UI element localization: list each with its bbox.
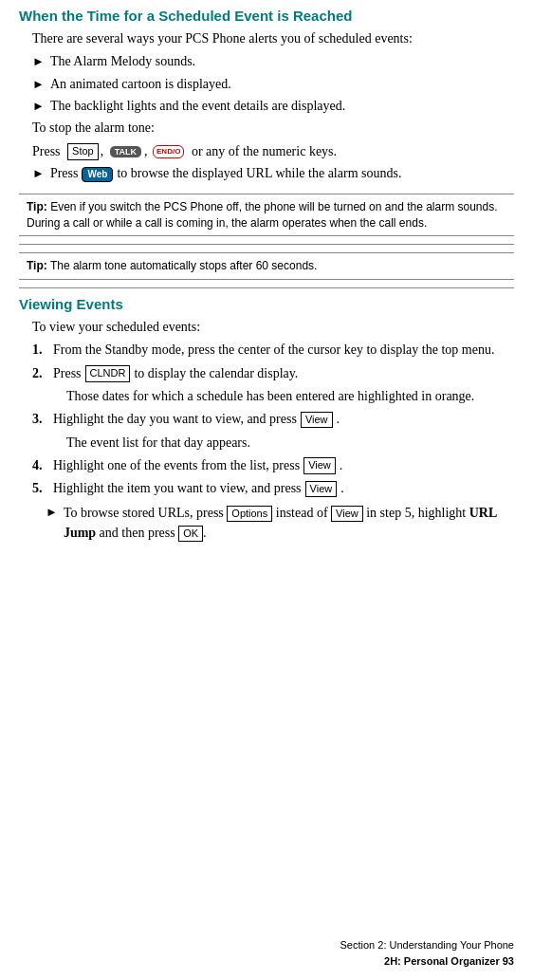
- press-label: Press: [32, 141, 61, 161]
- step-2-content: Press CLNDR to display the calendar disp…: [53, 364, 514, 383]
- clndr-key: CLNDR: [85, 365, 131, 381]
- bullet-3: ► The backlight lights and the event det…: [32, 97, 514, 116]
- step-1: 1. From the Standby mode, press the cent…: [32, 341, 514, 360]
- step-3-text: Highlight the day you want to view, and …: [53, 410, 297, 429]
- step-5-text: Highlight the item you want to view, and…: [53, 479, 302, 498]
- heading2: Viewing Events: [19, 296, 514, 312]
- step-5-text2: .: [340, 479, 344, 498]
- url-in-step: in step 5, highlight: [366, 506, 466, 520]
- bullet-text-3: The backlight lights and the event detai…: [50, 97, 345, 116]
- step-4: 4. Highlight one of the events from the …: [32, 456, 514, 475]
- heading1: When the Time for a Scheduled Event is R…: [19, 8, 514, 24]
- url-then: and then press: [100, 526, 175, 540]
- step-3-text2: .: [337, 410, 340, 429]
- url-end: .: [203, 526, 207, 540]
- end-key: END/O: [153, 145, 184, 158]
- tip2-label: Tip:: [27, 259, 47, 272]
- stop-key: Stop: [67, 143, 99, 159]
- step-2-subnote: Those dates for which a schedule has bee…: [66, 387, 514, 406]
- bullet-arrow-url: ►: [46, 504, 58, 522]
- press-or-label: or any of the numeric keys.: [192, 141, 337, 161]
- step-2-text: Press: [53, 364, 82, 383]
- tip1-box: Tip: Even if you switch the PCS Phone of…: [19, 194, 514, 237]
- step-4-text2: .: [340, 456, 343, 475]
- talk-key: TALK: [109, 145, 142, 159]
- bullet-text-2: An animated cartoon is displayed.: [50, 75, 231, 94]
- view-key-3: View: [301, 412, 333, 428]
- bullet-2: ► An animated cartoon is displayed.: [32, 75, 514, 94]
- footer-line2: 2H: Personal Organizer 93: [340, 953, 514, 970]
- web-bullet-content: Press Web to browse the displayed URL wh…: [50, 164, 402, 183]
- footer: Section 2: Understanding Your Phone 2H: …: [340, 937, 514, 969]
- step-4-text: Highlight one of the events from the lis…: [53, 456, 300, 475]
- web-bullet: ► Press Web to browse the displayed URL …: [32, 164, 514, 183]
- ok-key: OK: [178, 526, 203, 542]
- step-3-subnote: The event list for that day appears.: [66, 434, 514, 453]
- step-3-num: 3.: [32, 410, 53, 429]
- step-5-num: 5.: [32, 479, 53, 498]
- step-2-num: 2.: [32, 364, 53, 383]
- view-intro: To view your scheduled events:: [32, 318, 514, 337]
- step-2-text2: to display the calendar display.: [134, 364, 298, 383]
- bullet-text-1: The Alarm Melody sounds.: [50, 52, 195, 71]
- web-bullet-end: to browse the displayed URL while the al…: [117, 164, 401, 183]
- press-keys-line: Press Stop, TALK, END/O or any of the nu…: [32, 141, 514, 161]
- bullet-1: ► The Alarm Melody sounds.: [32, 52, 514, 71]
- bullet-arrow-3: ►: [32, 98, 45, 116]
- tip2-text: The alarm tone automatically stops after…: [50, 259, 317, 272]
- step-5: 5. Highlight the item you want to view, …: [32, 479, 514, 498]
- web-press-label: Press: [50, 164, 79, 183]
- stop-intro: To stop the alarm tone:: [32, 119, 514, 138]
- intro-text: There are several ways your PCS Phone al…: [32, 29, 514, 48]
- url-bullet: ► To browse stored URLs, press Options i…: [46, 503, 514, 543]
- view-key-5: View: [305, 481, 338, 497]
- step-2: 2. Press CLNDR to display the calendar d…: [32, 364, 514, 383]
- step-5-content: Highlight the item you want to view, and…: [53, 479, 514, 498]
- step-3: 3. Highlight the day you want to view, a…: [32, 410, 514, 429]
- web-key: Web: [82, 167, 113, 182]
- step-1-text: From the Standby mode, press the center …: [53, 341, 514, 360]
- tip1-label: Tip:: [27, 200, 47, 213]
- divider2: [19, 287, 514, 288]
- page: When the Time for a Scheduled Event is R…: [0, 0, 533, 980]
- step-4-content: Highlight one of the events from the lis…: [53, 456, 514, 475]
- bullet-arrow-2: ►: [32, 76, 45, 94]
- url-start: To browse stored URLs, press: [64, 506, 224, 520]
- bullet-arrow-1: ►: [32, 53, 45, 71]
- steps-list: 1. From the Standby mode, press the cent…: [32, 341, 514, 542]
- step-4-num: 4.: [32, 456, 53, 475]
- tip1-text: Even if you switch the PCS Phone off, th…: [27, 200, 498, 230]
- url-bullet-content: To browse stored URLs, press Options ins…: [64, 503, 514, 543]
- tip2-box: Tip: The alarm tone automatically stops …: [19, 252, 514, 280]
- url-instead: instead of: [276, 506, 328, 520]
- footer-line1: Section 2: Understanding Your Phone: [340, 937, 514, 953]
- step-3-content: Highlight the day you want to view, and …: [53, 410, 514, 429]
- view-key-url: View: [331, 506, 363, 522]
- view-key-4: View: [303, 457, 336, 473]
- options-key: Options: [227, 506, 272, 522]
- divider: [19, 244, 514, 245]
- step-1-num: 1.: [32, 341, 53, 360]
- bullet-arrow-web: ►: [32, 165, 45, 183]
